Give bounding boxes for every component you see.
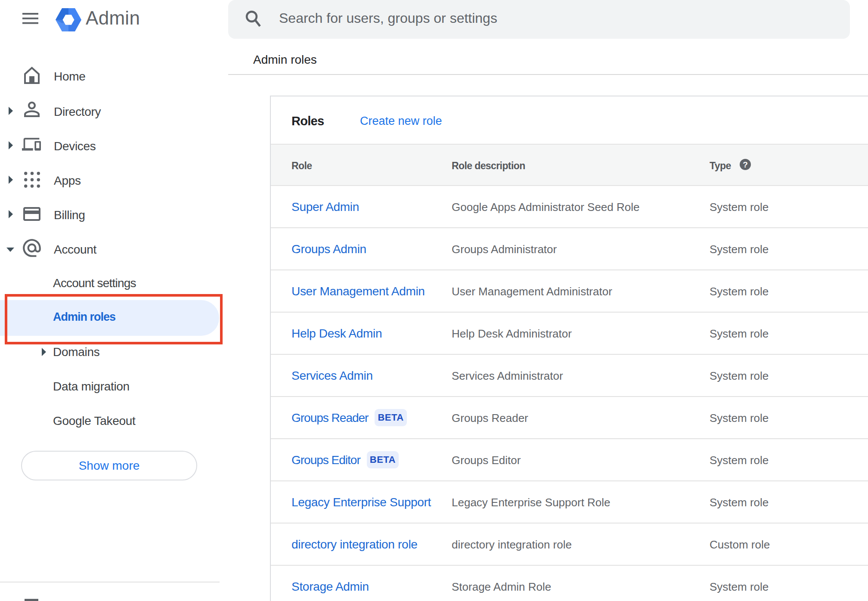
svg-text:?: ? (743, 160, 748, 169)
